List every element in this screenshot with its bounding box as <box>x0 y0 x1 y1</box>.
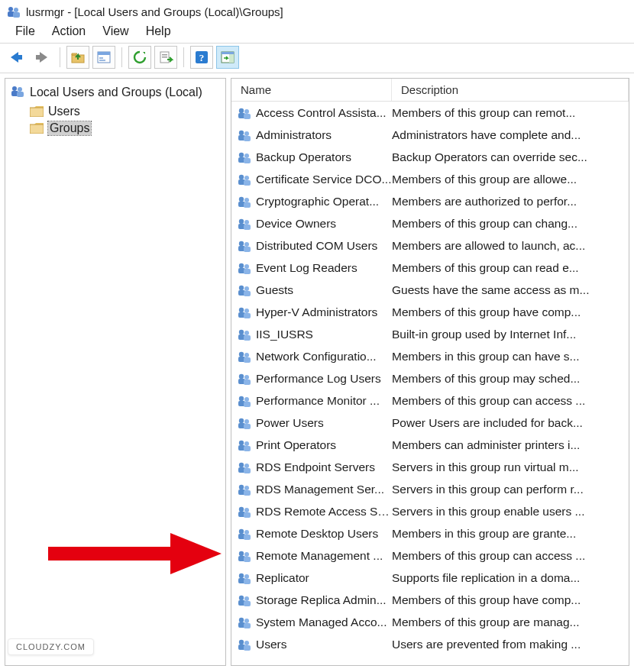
group-icon <box>236 283 253 297</box>
list-item-name: Performance Log Users <box>256 372 392 386</box>
list-item-name: Guests <box>256 283 392 297</box>
group-icon <box>236 217 253 231</box>
list-item-name: Device Owners <box>256 217 392 231</box>
group-icon <box>236 549 253 563</box>
list-item[interactable]: Performance Monitor ...Members of this g… <box>231 389 629 412</box>
folder-icon <box>30 106 44 117</box>
list-item[interactable]: GuestsGuests have the same access as m..… <box>231 279 629 301</box>
group-icon <box>236 106 253 120</box>
menu-view[interactable]: View <box>102 24 128 38</box>
tree-root-node[interactable]: Local Users and Groups (Local) <box>7 82 224 103</box>
svg-text:?: ? <box>199 52 205 63</box>
list-item[interactable]: RDS Remote Access Se...Servers in this g… <box>231 500 629 522</box>
svg-point-82 <box>244 419 249 424</box>
list-item[interactable]: Remote Desktop UsersMembers in this grou… <box>231 522 629 544</box>
svg-point-74 <box>244 375 249 380</box>
folder-icon <box>30 123 44 134</box>
export-list-button[interactable] <box>154 46 177 69</box>
list-item-description: Members of this group can access ... <box>392 394 629 408</box>
group-icon <box>236 593 253 607</box>
tree-pane[interactable]: Local Users and Groups (Local) Users Gro… <box>5 78 226 666</box>
list-item[interactable]: Device OwnersMembers of this group can c… <box>231 212 629 234</box>
list-item[interactable]: Event Log ReadersMembers of this group c… <box>231 257 629 279</box>
list-item-name: Replicator <box>256 571 392 585</box>
svg-rect-68 <box>244 335 251 341</box>
list-item[interactable]: ReplicatorSupports file replication in a… <box>231 567 629 589</box>
list-item[interactable]: System Managed Acco...Members of this gr… <box>231 611 629 633</box>
back-button[interactable] <box>5 46 27 69</box>
list-item-description: Backup Operators can override sec... <box>392 150 629 164</box>
svg-point-117 <box>239 617 244 622</box>
list-item[interactable]: Backup OperatorsBackup Operators can ove… <box>231 146 629 168</box>
svg-rect-96 <box>244 490 251 496</box>
list-item[interactable]: Access Control Assista...Members of this… <box>231 102 629 124</box>
tree-node-groups[interactable]: Groups <box>7 120 224 137</box>
list-body[interactable]: Access Control Assista...Members of this… <box>231 102 629 665</box>
svg-rect-52 <box>244 247 251 252</box>
forward-button[interactable] <box>31 46 53 69</box>
svg-point-54 <box>244 264 249 269</box>
list-item[interactable]: RDS Management Ser...Servers in this gro… <box>231 478 629 500</box>
svg-rect-116 <box>244 601 251 606</box>
watermark-badge: CLOUDZY.COM <box>8 638 94 655</box>
properties-button[interactable] <box>92 46 115 69</box>
svg-point-86 <box>244 441 249 446</box>
svg-rect-88 <box>244 446 251 451</box>
list-item[interactable]: Remote Management ...Members of this gro… <box>231 544 629 567</box>
list-item-description: Members are authorized to perfor... <box>392 195 629 208</box>
list-item-description: Members are allowed to launch, ac... <box>392 239 629 253</box>
svg-point-106 <box>244 552 249 557</box>
svg-rect-13 <box>162 57 167 58</box>
menu-action[interactable]: Action <box>52 24 86 38</box>
svg-point-57 <box>239 285 244 289</box>
list-item[interactable]: Certificate Service DCO...Members of thi… <box>231 168 629 190</box>
column-header-name[interactable]: Name <box>231 79 392 101</box>
list-item[interactable]: RDS Endpoint ServersServers in this grou… <box>231 456 629 478</box>
list-item[interactable]: Power UsersPower Users are included for … <box>231 412 629 434</box>
list-item-description: Members in this group can have s... <box>392 350 629 363</box>
list-item-name: Cryptographic Operat... <box>256 195 392 208</box>
list-item[interactable]: IIS_IUSRSBuilt-in group used by Internet… <box>231 323 629 345</box>
refresh-button[interactable] <box>128 46 151 69</box>
list-item-description: Members of this group may sched... <box>392 372 629 386</box>
svg-rect-60 <box>244 291 251 296</box>
help-button[interactable]: ? <box>190 46 213 69</box>
list-item[interactable]: Network Configuratio...Members in this g… <box>231 345 629 367</box>
up-folder-button[interactable] <box>66 46 89 69</box>
svg-point-30 <box>244 131 249 136</box>
group-icon <box>236 460 253 474</box>
svg-point-105 <box>239 551 244 555</box>
svg-point-118 <box>244 619 249 623</box>
svg-rect-3 <box>13 12 20 18</box>
list-item-name: RDS Management Ser... <box>256 483 392 496</box>
list-item[interactable]: Distributed COM UsersMembers are allowed… <box>231 234 629 257</box>
list-item[interactable]: Performance Log UsersMembers of this gro… <box>231 367 629 389</box>
svg-point-0 <box>8 7 13 11</box>
menu-help[interactable]: Help <box>146 24 171 38</box>
list-item-description: Members of this group have comp... <box>392 593 629 607</box>
list-item-description: Members of this group are allowe... <box>392 173 629 186</box>
list-item[interactable]: UsersUsers are prevented from making ... <box>231 633 629 655</box>
tree-node-users[interactable]: Users <box>7 103 224 120</box>
show-hide-action-pane-button[interactable] <box>216 46 239 69</box>
group-icon <box>236 128 253 142</box>
svg-rect-23 <box>30 108 44 117</box>
list-item-name: Storage Replica Admin... <box>256 593 392 607</box>
list-item[interactable]: Hyper-V AdministratorsMembers of this gr… <box>231 301 629 323</box>
group-icon <box>236 173 253 186</box>
svg-rect-36 <box>244 158 251 163</box>
column-header-description[interactable]: Description <box>392 79 629 101</box>
svg-point-33 <box>239 152 244 157</box>
group-icon <box>236 483 253 496</box>
svg-rect-10 <box>99 60 105 61</box>
group-icon <box>236 638 253 651</box>
list-item[interactable]: Print OperatorsMembers can administer pr… <box>231 434 629 456</box>
list-item[interactable]: Cryptographic Operat...Members are autho… <box>231 190 629 212</box>
list-item-name: Remote Desktop Users <box>256 527 392 541</box>
menu-file[interactable]: File <box>15 24 35 38</box>
list-item-name: Access Control Assista... <box>256 106 392 120</box>
list-item[interactable]: AdministratorsAdministrators have comple… <box>231 124 629 146</box>
list-item[interactable]: Storage Replica Admin...Members of this … <box>231 589 629 611</box>
list-item-description: Power Users are included for back... <box>392 416 629 430</box>
tree-node-users-label: Users <box>48 105 80 118</box>
